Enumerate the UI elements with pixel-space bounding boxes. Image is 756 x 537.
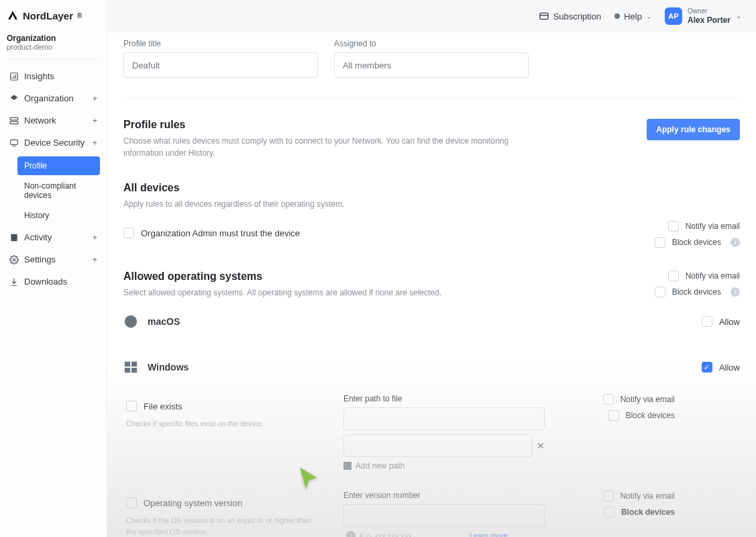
svg-rect-3: [11, 140, 18, 144]
plus-icon: +: [92, 138, 97, 148]
windows-icon: [123, 360, 138, 375]
subnav-profile[interactable]: Profile: [17, 156, 100, 175]
svg-rect-9: [131, 362, 137, 367]
org-name: product-demo: [7, 43, 100, 60]
os-version-checkbox[interactable]: [126, 497, 137, 508]
allow-label: Allow: [719, 362, 740, 373]
file-exists-checkbox[interactable]: [126, 401, 137, 411]
info-icon[interactable]: i: [731, 287, 740, 297]
nav-label: Device Security: [24, 138, 85, 148]
allowed-os-notify-checkbox[interactable]: [668, 271, 679, 281]
downloads-icon: [9, 277, 19, 287]
macos-icon: [123, 314, 138, 329]
subscription-link[interactable]: Subscription: [539, 11, 602, 21]
assigned-to-input[interactable]: [334, 52, 529, 78]
profile-rules-title: Profile rules: [123, 119, 631, 131]
allow-label: Allow: [719, 317, 740, 327]
info-icon: i: [346, 531, 356, 537]
allowed-os-desc: Select allowed operating systems. All op…: [123, 287, 526, 299]
svg-point-5: [13, 258, 15, 261]
subscription-label: Subscription: [553, 11, 602, 21]
file-path-label: Enter path to file: [343, 394, 545, 403]
nav-downloads[interactable]: Downloads: [7, 271, 100, 293]
assigned-to-label: Assigned to: [334, 39, 529, 48]
os-version-label: Operating system version: [144, 498, 242, 508]
nav-label: Organization: [24, 93, 74, 103]
avatar: AP: [665, 7, 682, 25]
profile-rules-desc: Choose what rules devices must comply wi…: [123, 135, 526, 159]
network-icon: [9, 116, 19, 126]
help-link[interactable]: Help ⌄: [614, 11, 651, 21]
cursor-icon: [299, 465, 319, 492]
profile-title-label: Profile title: [123, 39, 318, 48]
svg-rect-1: [10, 117, 18, 120]
notify-label: Notify via email: [686, 271, 740, 281]
notify-label: Notify via email: [620, 395, 675, 404]
chevron-down-icon: ⌄: [736, 12, 741, 19]
svg-rect-4: [11, 234, 17, 241]
os-version-input[interactable]: [343, 504, 545, 527]
all-devices-block-checkbox[interactable]: [655, 237, 665, 248]
file-path-input-2[interactable]: [343, 434, 533, 457]
nav-network[interactable]: Network +: [7, 109, 100, 132]
owner-role: Owner: [688, 7, 731, 15]
os-version-block-checkbox[interactable]: [604, 507, 614, 518]
plus-icon: +: [92, 254, 97, 264]
allowed-os-block-checkbox[interactable]: [655, 287, 665, 297]
chevron-down-icon: ⌄: [646, 13, 651, 20]
nav-insights[interactable]: Insights: [7, 65, 100, 87]
trust-device-checkbox[interactable]: [123, 228, 134, 238]
add-new-path-link[interactable]: Add new path: [343, 461, 545, 471]
plus-icon: +: [92, 115, 97, 126]
subscription-icon: [539, 11, 549, 21]
svg-rect-10: [125, 368, 130, 373]
allowed-os-title: Allowed operating systems: [123, 271, 626, 283]
brand-name: NordLayer: [23, 10, 73, 21]
nav-label: Settings: [24, 254, 56, 264]
os-version-hint: E.g. xxx.xxx.xxx: [360, 532, 412, 537]
info-icon[interactable]: i: [731, 238, 740, 247]
account-menu[interactable]: AP Owner Alex Porter ⌄: [665, 7, 741, 25]
windows-allow-checkbox[interactable]: [702, 362, 712, 373]
topbar: Subscription Help ⌄ AP Owner Alex Porter…: [107, 0, 756, 32]
file-exists-notify-checkbox[interactable]: [603, 394, 614, 405]
nav-organization[interactable]: Organization +: [7, 87, 100, 109]
subnav-non-compliant[interactable]: Non-compliant devices: [17, 177, 100, 205]
nav-label: Activity: [24, 232, 52, 242]
remove-path-icon[interactable]: ✕: [537, 440, 545, 451]
os-macos-label: macOS: [148, 316, 180, 327]
svg-rect-8: [125, 362, 130, 367]
trust-device-label: Organization Admin must trust the device: [141, 228, 300, 238]
block-label: Block devices: [672, 287, 721, 297]
profile-title-input[interactable]: [123, 52, 318, 78]
logo-icon: [7, 9, 19, 21]
block-label: Block devices: [672, 238, 721, 247]
all-devices-notify-checkbox[interactable]: [668, 221, 679, 232]
file-exists-desc: Checks if specific files exist on the de…: [126, 418, 314, 430]
file-path-input-1[interactable]: [343, 407, 545, 430]
learn-more-link[interactable]: Learn more: [470, 532, 507, 537]
file-exists-label: File exists: [144, 401, 182, 411]
svg-rect-6: [540, 13, 548, 19]
svg-rect-2: [10, 121, 18, 124]
plus-icon: +: [92, 93, 97, 103]
nav-label: Downloads: [24, 277, 67, 287]
notify-label: Notify via email: [620, 491, 675, 501]
apply-rule-changes-button[interactable]: Apply rule changes: [647, 119, 740, 140]
nav-device-security[interactable]: Device Security +: [7, 132, 100, 154]
file-exists-block-checkbox[interactable]: [608, 410, 619, 421]
macos-allow-checkbox[interactable]: [702, 316, 712, 327]
all-devices-title: All devices: [123, 182, 740, 194]
nav-label: Network: [24, 115, 56, 126]
brand-logo[interactable]: NordLayer®: [7, 9, 100, 21]
os-version-desc: Checks if the OS version is on an equal …: [126, 515, 314, 537]
activity-icon: [9, 233, 19, 242]
subnav-history[interactable]: History: [17, 206, 100, 225]
block-label: Block devices: [621, 507, 675, 517]
os-version-notify-checkbox[interactable]: [603, 491, 614, 501]
nav-settings[interactable]: Settings +: [7, 248, 100, 271]
nav-activity[interactable]: Activity +: [7, 226, 100, 248]
svg-point-7: [125, 315, 137, 328]
add-path-label: Add new path: [356, 461, 404, 471]
nav-label: Insights: [24, 71, 54, 81]
